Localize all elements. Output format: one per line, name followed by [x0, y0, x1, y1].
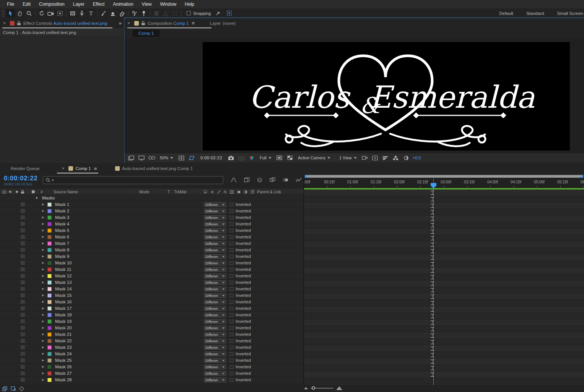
inverted-checkbox[interactable] [230, 229, 233, 232]
expand-triangle-icon[interactable]: ▶ [42, 320, 44, 323]
toggle-switches-pane-icon[interactable] [2, 386, 8, 392]
video-column-icon[interactable] [2, 188, 7, 195]
track-row[interactable] [304, 371, 584, 378]
layer-switch-box[interactable] [20, 293, 25, 298]
inverted-label[interactable]: Inverted [236, 287, 251, 291]
mask-mode-select[interactable]: Differen [204, 352, 226, 356]
camera-view-select[interactable]: Active Camera [296, 155, 332, 161]
expand-triangle-icon[interactable]: ▶ [42, 294, 44, 297]
menu-edit[interactable]: Edit [19, 0, 34, 8]
camera-tool[interactable] [46, 9, 55, 17]
mask-mode-select[interactable]: Differen [204, 313, 226, 317]
lock-icon[interactable] [17, 21, 21, 26]
graph-editor-icon[interactable] [294, 176, 303, 184]
inverted-label[interactable]: Inverted [236, 332, 251, 337]
toggle-inout-pane-icon[interactable] [19, 386, 24, 392]
snap-options-icon[interactable] [213, 9, 223, 17]
expand-triangle-icon[interactable]: ▶ [42, 222, 44, 225]
mask-color-swatch[interactable] [47, 378, 52, 382]
expand-triangle-icon[interactable]: ▶ [42, 209, 44, 212]
mask-color-swatch[interactable] [47, 248, 52, 252]
puppet-pin-tool[interactable] [139, 9, 148, 17]
track-row[interactable] [304, 280, 584, 287]
track-row[interactable] [304, 352, 584, 358]
workspace-standard[interactable]: Standard [526, 11, 544, 16]
panel-color-swatch[interactable] [134, 21, 139, 26]
expand-triangle-icon[interactable]: ▶ [42, 378, 44, 381]
menu-animation[interactable]: Animation [109, 0, 137, 8]
mask-color-swatch[interactable] [47, 228, 52, 233]
draft-3d-icon[interactable] [242, 176, 251, 184]
layer-switch-box[interactable] [20, 280, 25, 285]
mask-name[interactable]: Mask 6 [55, 235, 69, 239]
mask-color-swatch[interactable] [47, 209, 52, 213]
mask-mode-select[interactable]: Differen [204, 248, 226, 253]
mask-name[interactable]: Mask 13 [55, 280, 72, 285]
solo-column-icon[interactable] [15, 188, 18, 195]
inverted-checkbox[interactable] [230, 261, 233, 265]
switches-column-header[interactable]: fx [203, 188, 254, 195]
mask-mode-select[interactable]: Differen [204, 300, 226, 305]
brush-tool[interactable] [99, 9, 108, 17]
menu-view[interactable]: View [138, 0, 156, 8]
t-column-header[interactable]: T [168, 188, 170, 195]
inverted-checkbox[interactable] [230, 268, 233, 271]
masks-group-label[interactable]: Masks [42, 196, 55, 200]
mask-name[interactable]: Mask 28 [55, 377, 72, 382]
inverted-label[interactable]: Inverted [236, 274, 251, 278]
layer-switch-box[interactable] [20, 352, 25, 356]
tab-render-queue[interactable]: Render Queue [7, 163, 43, 174]
shape-tool[interactable] [68, 9, 77, 17]
track-area[interactable] [304, 190, 584, 385]
inverted-label[interactable]: Inverted [236, 345, 251, 350]
mask-mode-select[interactable]: Differen [204, 228, 226, 233]
tab-comp-1[interactable]: × Comp 1 ≡ [55, 163, 101, 174]
inverted-label[interactable]: Inverted [236, 339, 251, 343]
expand-triangle-icon[interactable]: ▶ [42, 216, 44, 219]
layer-switch-box[interactable] [20, 202, 25, 207]
clone-stamp-tool[interactable] [108, 9, 117, 17]
layer-switch-box[interactable] [20, 274, 25, 278]
mask-name[interactable]: Mask 9 [55, 254, 69, 259]
mask-mode-select[interactable]: Differen [204, 274, 226, 279]
selection-tool[interactable] [6, 9, 15, 17]
tab-footage-comp[interactable]: Auto-traced unified-text.png Comp 1 [109, 163, 197, 174]
layer-switch-box[interactable] [20, 287, 25, 291]
menu-file[interactable]: File [3, 0, 18, 8]
expand-triangle-icon[interactable]: ▶ [42, 274, 44, 277]
mask-name[interactable]: Mask 23 [55, 345, 72, 350]
tab-overflow-icon[interactable]: » [119, 20, 121, 26]
track-row[interactable] [304, 332, 584, 339]
inverted-checkbox[interactable] [230, 326, 233, 330]
mini-flowchart-icon[interactable] [229, 176, 238, 184]
close-icon[interactable]: × [124, 21, 132, 26]
inverted-checkbox[interactable] [230, 300, 233, 304]
inverted-label[interactable]: Inverted [236, 254, 251, 259]
mask-row[interactable]: ▶Mask 17DifferenInverted [0, 305, 303, 312]
mask-name[interactable]: Mask 14 [55, 287, 72, 291]
trkmat-column-header[interactable]: TrkMat [174, 188, 186, 195]
reset-exposure-icon[interactable] [402, 155, 410, 161]
label-column-icon[interactable] [31, 188, 36, 195]
menu-composition[interactable]: Composition [35, 0, 68, 8]
mask-color-swatch[interactable] [47, 267, 52, 272]
mask-visibility-icon[interactable] [225, 9, 234, 17]
inverted-label[interactable]: Inverted [236, 313, 251, 317]
mask-mode-select[interactable]: Differen [204, 287, 226, 292]
mask-row[interactable]: ▶Mask 27DifferenInverted [0, 370, 303, 377]
zoom-out-icon[interactable] [304, 387, 308, 389]
layer-switch-box[interactable] [20, 371, 25, 376]
mask-row[interactable]: ▶Mask 19DifferenInverted [0, 318, 303, 325]
mask-mode-select[interactable]: Differen [204, 280, 226, 285]
layer-switch-box[interactable] [20, 326, 25, 330]
inverted-checkbox[interactable] [230, 307, 233, 310]
inverted-label[interactable]: Inverted [236, 215, 251, 220]
layer-switch-box[interactable] [20, 215, 25, 220]
mask-row[interactable]: ▶Mask 26DifferenInverted [0, 364, 303, 370]
mask-color-swatch[interactable] [47, 352, 52, 356]
layer-switch-box[interactable] [20, 364, 25, 369]
layer-switch-box[interactable] [20, 345, 25, 350]
zoom-slider-knob[interactable] [312, 386, 315, 390]
mask-name[interactable]: Mask 4 [55, 222, 69, 226]
stereo-3d-glasses-icon[interactable] [148, 155, 156, 161]
